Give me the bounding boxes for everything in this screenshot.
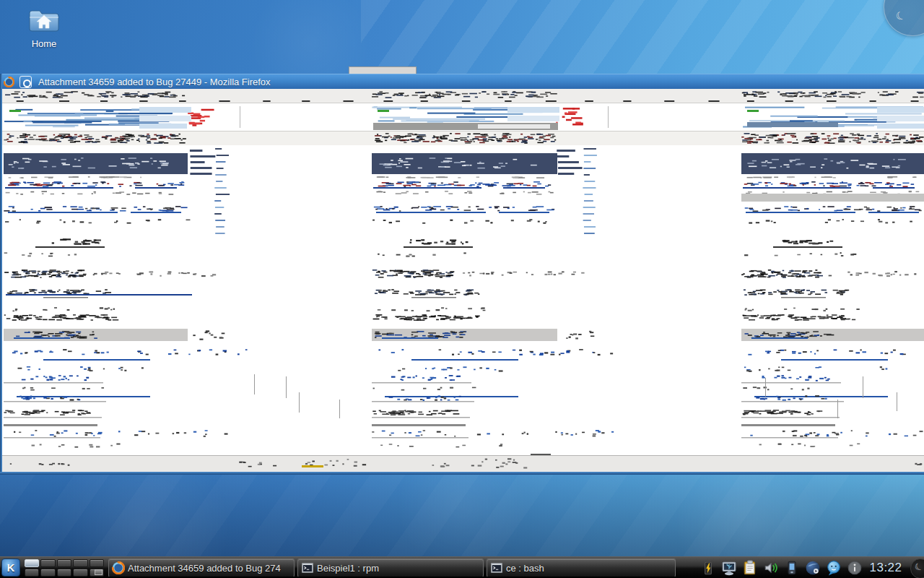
panel-clock[interactable]: 13:22 xyxy=(863,557,908,578)
window-title: Attachment 34659 added to Bug 27449 - Mo… xyxy=(38,74,271,90)
volume-icon[interactable] xyxy=(763,560,779,576)
task-label: ce : bash xyxy=(506,563,544,574)
pager-desktop-6[interactable] xyxy=(25,569,39,577)
task-button-1[interactable]: Attachment 34659 added to Bug 274 xyxy=(108,558,295,577)
home-folder-icon xyxy=(28,7,60,34)
pager-window-thumbnail xyxy=(95,569,103,575)
pager-desktop-2[interactable] xyxy=(40,559,55,567)
wallpaper-stripes xyxy=(361,0,924,74)
pager-desktop-1[interactable] xyxy=(25,559,39,567)
window-titlebar[interactable]: Attachment 34659 added to Bug 27449 - Mo… xyxy=(0,74,924,89)
task-label: Beispiel1 : rpm xyxy=(317,563,379,574)
desktop-icon-home[interactable]: Home xyxy=(19,7,69,49)
kmenu-button[interactable]: K xyxy=(1,558,20,577)
pager-desktop-10[interactable] xyxy=(90,569,104,577)
info-icon[interactable] xyxy=(847,560,863,576)
pager-desktop-9[interactable] xyxy=(73,569,87,577)
wallpaper-stripes-bottom xyxy=(0,475,924,556)
task-button-3[interactable]: ce : bash xyxy=(487,558,676,577)
desktop-toolbox-cashew[interactable]: ☾ xyxy=(884,0,924,36)
window-menu-button[interactable] xyxy=(19,76,32,88)
terminal-icon xyxy=(490,561,503,574)
network-globe-icon[interactable] xyxy=(805,560,821,576)
task-label: Attachment 34659 added to Bug 274 xyxy=(128,563,281,574)
system-tray xyxy=(700,559,863,577)
firefox-icon[interactable] xyxy=(4,77,14,87)
pager-desktop-4[interactable] xyxy=(73,559,87,567)
crescent-icon: ☾ xyxy=(894,8,907,24)
messenger-kopete-icon[interactable] xyxy=(826,560,842,576)
pager-desktop-7[interactable] xyxy=(40,569,55,577)
task-button-2[interactable]: Beispiel1 : rpm xyxy=(297,558,484,577)
pager-desktop-5[interactable] xyxy=(90,559,104,567)
crescent-icon: ☾ xyxy=(912,560,924,574)
window-border-bottom xyxy=(0,472,924,475)
taskbar-tasks: Attachment 34659 added to Bug 274Beispie… xyxy=(108,558,676,577)
phone-device-icon[interactable] xyxy=(784,560,800,576)
browser-content-garbled[interactable] xyxy=(0,89,924,472)
device-notifier-icon[interactable] xyxy=(721,560,737,576)
firefox-icon xyxy=(112,561,125,574)
battery-icon[interactable] xyxy=(700,560,716,576)
pager-desktop-8[interactable] xyxy=(57,569,71,577)
desktop: ☾ Home Attachment 34659 added to Bug 274… xyxy=(0,0,924,578)
panel-toolbox-cashew[interactable]: ☾ xyxy=(910,558,924,578)
home-icon-label: Home xyxy=(19,38,69,49)
clipboard-klipper-icon[interactable] xyxy=(742,560,758,576)
taskbar-panel: K Attachment 34659 added to Bug 274Beisp… xyxy=(0,556,924,578)
terminal-icon xyxy=(301,561,314,574)
pager xyxy=(25,559,104,577)
pager-desktop-3[interactable] xyxy=(57,559,71,567)
window-border-left xyxy=(0,74,2,475)
